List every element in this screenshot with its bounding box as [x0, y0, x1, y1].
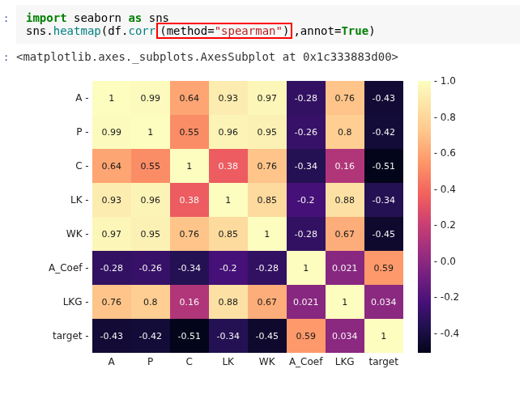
code-text: annot: [300, 24, 334, 37]
heatmap-cell: 1: [287, 251, 326, 285]
code-text: .: [46, 24, 53, 37]
colorbar-tick-label: - 0.4: [434, 184, 456, 195]
x-tick-label: C: [170, 356, 209, 367]
y-tick-label: target -: [49, 319, 89, 353]
heatmap-cell: 0.67: [326, 217, 364, 251]
heatmap-cell: -0.34: [209, 319, 248, 353]
x-tick-label: target: [364, 356, 403, 367]
y-tick-label: A -: [49, 81, 89, 115]
y-axis-labels: A -P -C -LK -WK -A_Coef -LKG -target -: [49, 81, 92, 353]
x-tick-label: LK: [209, 356, 248, 367]
heatmap-cell: 0.88: [326, 183, 364, 217]
code-text: ): [283, 24, 289, 37]
heatmap-cell: 1: [131, 115, 170, 149]
heatmap-cell: 0.64: [92, 149, 131, 183]
heatmap-cell: -0.2: [209, 251, 248, 285]
heatmap-cell: 0.93: [209, 81, 248, 115]
heatmap-cell: 0.97: [92, 217, 131, 251]
heatmap-cell: -0.28: [248, 251, 287, 285]
heatmap-cell: 1: [364, 319, 403, 353]
code-text: seaborn: [67, 11, 129, 24]
heatmap-cell: 0.55: [131, 149, 170, 183]
kw-as: as: [128, 11, 142, 24]
heatmap-cell: 0.55: [170, 115, 209, 149]
heatmap-cell: 1: [248, 217, 287, 251]
x-tick-label: P: [131, 356, 170, 367]
heatmap-cell: 0.16: [170, 285, 209, 319]
heatmap-chart: A -P -C -LK -WK -A_Coef -LKG -target - 1…: [49, 81, 502, 367]
heatmap-cell: 1: [92, 81, 131, 115]
output-text: <matplotlib.axes._subplots.AxesSubplot a…: [0, 47, 528, 73]
x-tick-label: WK: [248, 356, 287, 367]
colorbar-ticks: - -0.4- -0.2- 0.0- 0.2- 0.4- 0.6- 0.8- 1…: [431, 81, 468, 353]
heatmap-cell: -0.26: [287, 115, 326, 149]
heatmap-cell: 0.76: [92, 285, 131, 319]
heatmap-cell: 0.59: [287, 319, 326, 353]
heatmap-cell: 0.76: [170, 217, 209, 251]
heatmap-cell: -0.45: [364, 217, 403, 251]
heatmap-cell: 0.8: [326, 115, 364, 149]
x-tick-label: LKG: [326, 356, 364, 367]
heatmap-cell: 0.034: [326, 319, 364, 353]
bool-true: True: [341, 24, 368, 37]
heatmap-cell: -0.42: [131, 319, 170, 353]
heatmap-cell: 1: [209, 183, 248, 217]
heatmap-cell: -0.28: [92, 251, 131, 285]
colorbar-tick-label: - 0.8: [434, 112, 456, 123]
colorbar-gradient: [418, 81, 431, 353]
y-tick-label: LK -: [49, 183, 89, 217]
kw-import: import: [26, 11, 67, 24]
heatmap-cell: 0.95: [248, 115, 287, 149]
code-text: (df: [101, 24, 121, 37]
heatmap-cell: -0.43: [92, 319, 131, 353]
fn-corr: corr: [128, 24, 155, 37]
heatmap-cell: 0.93: [92, 183, 131, 217]
x-axis-labels: APCLKWKA_CoefLKGtarget: [92, 353, 403, 367]
str-spearman: "spearman": [215, 24, 283, 37]
y-tick-label: P -: [49, 115, 89, 149]
heatmap-cell: 0.97: [248, 81, 287, 115]
x-tick-label: A_Coef: [287, 356, 326, 367]
heatmap-cell: -0.34: [170, 251, 209, 285]
heatmap-cell: -0.26: [131, 251, 170, 285]
code-text: ): [368, 24, 375, 37]
colorbar-tick-label: - -0.4: [434, 328, 460, 339]
colorbar: - -0.4- -0.2- 0.0- 0.2- 0.4- 0.6- 0.8- 1…: [418, 81, 468, 353]
heatmap-cell: 0.85: [248, 183, 287, 217]
heatmap-cell: 0.96: [131, 183, 170, 217]
heatmap-cell: 1: [326, 285, 364, 319]
colorbar-tick-label: - 1.0: [434, 75, 456, 87]
code-text: ,: [293, 24, 300, 37]
heatmap-cell: 0.96: [209, 115, 248, 149]
code-cell[interactable]: import seaborn as sns sns.heatmap(df.cor…: [16, 5, 520, 44]
heatmap-cell: 0.76: [248, 149, 287, 183]
highlight-box: (method="spearman"): [156, 23, 292, 39]
heatmap-cell: 0.8: [131, 285, 170, 319]
y-tick-label: WK -: [49, 217, 89, 251]
heatmap-cell: 0.38: [170, 183, 209, 217]
heatmap-cell: -0.34: [364, 183, 403, 217]
heatmap-cell: 0.99: [92, 115, 131, 149]
y-tick-label: C -: [49, 149, 89, 183]
heatmap-cell: 0.88: [209, 285, 248, 319]
heatmap-cell: 0.85: [209, 217, 248, 251]
heatmap-cell: -0.28: [287, 81, 326, 115]
heatmap-cell: 0.99: [131, 81, 170, 115]
heatmap-cell: -0.42: [364, 115, 403, 149]
heatmap-cell: 0.59: [364, 251, 403, 285]
heatmap-grid: 10.990.640.930.97-0.280.76-0.430.9910.55…: [92, 81, 403, 353]
heatmap-cell: 0.95: [131, 217, 170, 251]
y-tick-label: LKG -: [49, 285, 89, 319]
heatmap-cell: -0.51: [364, 149, 403, 183]
colorbar-tick-label: - 0.2: [434, 219, 456, 231]
heatmap-cell: -0.43: [364, 81, 403, 115]
heatmap-cell: -0.34: [287, 149, 326, 183]
heatmap-cell: 0.021: [287, 285, 326, 319]
y-tick-label: A_Coef -: [49, 251, 89, 285]
code-text: sns: [26, 24, 46, 37]
x-tick-label: A: [92, 356, 131, 367]
heatmap-cell: 0.16: [326, 149, 364, 183]
colorbar-tick-label: - 0.6: [434, 147, 456, 159]
heatmap-cell: 0.38: [209, 149, 248, 183]
code-text: =: [207, 24, 214, 37]
